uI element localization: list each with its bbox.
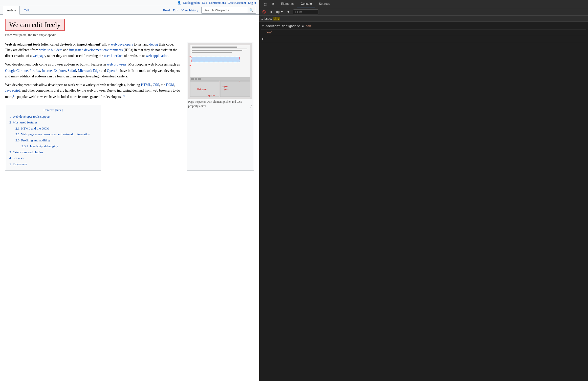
expand-image-icon[interactable]: ⤢	[250, 104, 253, 109]
create-account-link[interactable]: Create account	[228, 1, 246, 5]
ref-3: [3]	[122, 94, 125, 97]
issues-label: 1 Issue:	[261, 17, 272, 20]
link-web-browsers[interactable]: web browsers	[107, 62, 126, 66]
user-icon: 👤	[177, 1, 181, 5]
link-edge[interactable]: Microsoft Edge	[78, 69, 100, 72]
console-code-2: 'on'	[265, 30, 273, 35]
devtools-top-toolbar: ⬚ ⧉ Elements Console Sources	[259, 0, 588, 8]
link-ie[interactable]: Internet Explorer	[42, 69, 66, 72]
svg-rect-6	[192, 57, 240, 62]
devtools-second-toolbar: 🚫 ⚙ top ▼ 👁	[259, 8, 588, 16]
svg-rect-3	[192, 49, 247, 49]
eye-icon[interactable]: 👁	[286, 9, 292, 15]
inspector-icon[interactable]: ⬚	[262, 1, 268, 7]
contents-link-1[interactable]: 1 Web developer tools support	[9, 115, 50, 118]
responsive-icon[interactable]: ⧉	[270, 1, 276, 7]
list-item: 1 Web developer tools support	[9, 114, 97, 119]
contents-link-231[interactable]: 2.3.1 JavaScript debugging	[21, 144, 58, 148]
list-item: 4 See also	[9, 156, 97, 161]
link-html[interactable]: HTML	[141, 83, 151, 87]
svg-rect-4	[192, 50, 242, 51]
page-title: We can edit freely	[9, 21, 61, 29]
tab-elements[interactable]: Elements	[277, 0, 297, 8]
link-css[interactable]: CSS	[153, 83, 159, 87]
contents-link-4[interactable]: 4 See also	[9, 156, 24, 160]
contents-title: Contents [hide]	[9, 108, 97, 112]
link-webpage[interactable]: webpage	[33, 54, 45, 58]
contents-hide[interactable]: [hide]	[55, 108, 63, 112]
svg-rect-22	[195, 78, 197, 80]
expand-arrow-1[interactable]: ▶	[261, 25, 266, 27]
list-item: 2.1 HTML and the DOM	[15, 126, 97, 131]
link-chrome[interactable]: Google Chrome	[5, 69, 28, 72]
page-subtitle: From Wikipedia, the free encyclopedia	[5, 33, 254, 38]
contents-link-21[interactable]: 2.1 HTML and the DOM	[15, 126, 49, 130]
warning-icon: ⚠	[274, 17, 277, 20]
view-history-link[interactable]: View history	[181, 8, 198, 12]
link-safari[interactable]: Safari	[68, 69, 76, 72]
link-firefox[interactable]: Firefox	[30, 69, 40, 72]
image-caption: Page inspector with element picker and C…	[188, 100, 253, 108]
contents-link-23[interactable]: 2.3 Profiling and auditing	[15, 138, 50, 142]
issues-bar: 1 Issue: ⚠ 1	[259, 16, 588, 22]
expand-arrow-3[interactable]: ▶	[262, 37, 264, 41]
list-item: 2.3 Profiling and auditing	[15, 138, 97, 143]
paragraph-3: Web development tools allow developers t…	[5, 82, 182, 100]
read-link[interactable]: Read	[163, 8, 170, 12]
svg-rect-2	[192, 47, 237, 48]
contents-box: Contents [hide] 1 Web developer tools su…	[5, 105, 101, 171]
ref-2: [2]	[13, 94, 16, 97]
link-debug[interactable]: debug	[149, 43, 158, 46]
link-webapp[interactable]: web application	[146, 54, 168, 58]
link-web-devs[interactable]: web developers	[111, 43, 133, 46]
link-website-builders[interactable]: website builders	[39, 48, 62, 52]
svg-text:*: *	[239, 57, 240, 60]
contributions-link[interactable]: Contributions	[209, 1, 226, 5]
search-button[interactable]: 🔍	[247, 7, 256, 13]
article-image-box: Code panel Styles panel Tag trail * * * …	[187, 42, 254, 171]
article-text: Web development tools (often called devt…	[5, 42, 182, 171]
paragraph-1: Web development tools (often called devt…	[5, 42, 182, 59]
filter-input[interactable]	[293, 9, 318, 14]
issues-badge: ⚠ 1	[273, 17, 280, 20]
paragraph-2: Web development tools come as browser ad…	[5, 62, 182, 79]
not-logged-in-link[interactable]: Not logged in	[183, 1, 200, 5]
svg-text:Tag trail: Tag trail	[207, 94, 215, 97]
link-ui[interactable]: user interface	[104, 54, 123, 58]
svg-text:Styles: Styles	[222, 85, 228, 88]
context-dropdown[interactable]: top ▼	[275, 10, 284, 14]
console-line-2: 'on'	[261, 30, 586, 36]
contents-link-2[interactable]: 2 Most used features	[9, 120, 37, 124]
tab-bar: Article Talk Read Edit View history 🔍	[0, 6, 259, 15]
page-title-wrapper: We can edit freely	[5, 19, 65, 31]
tab-article[interactable]: Article	[3, 6, 20, 15]
link-ide[interactable]: integrated development environments	[69, 48, 123, 52]
list-item: 5 References	[9, 162, 97, 167]
wikipedia-panel: 👤 Not logged in Talk Contributions Creat…	[0, 0, 259, 381]
talk-link[interactable]: Talk	[202, 1, 207, 5]
contents-link-5[interactable]: 5 References	[9, 162, 27, 166]
contents-link-3[interactable]: 3 Extensions and plugins	[9, 150, 43, 154]
link-js[interactable]: JavaScript	[5, 89, 20, 92]
log-in-link[interactable]: Log in	[248, 1, 256, 5]
settings-icon[interactable]: ⚙	[268, 9, 274, 15]
search-input[interactable]	[202, 7, 247, 13]
tab-actions: Read Edit View history 🔍	[163, 7, 256, 14]
link-opera[interactable]: Opera	[107, 69, 116, 72]
article-body: Web development tools (often called devt…	[5, 42, 254, 171]
tab-sources[interactable]: Sources	[315, 0, 334, 8]
search-box: 🔍	[201, 7, 256, 14]
contents-link-22[interactable]: 2.2 Web page assets, resources and netwo…	[15, 132, 90, 136]
list-item: 2.2 Web page assets, resources and netwo…	[15, 132, 97, 137]
list-item: 3 Extensions and plugins	[9, 150, 97, 155]
top-bar: 👤 Not logged in Talk Contributions Creat…	[0, 0, 259, 6]
svg-rect-5	[192, 52, 232, 53]
clear-console-icon[interactable]: 🚫	[261, 9, 267, 15]
tab-talk[interactable]: Talk	[20, 6, 34, 14]
edit-link[interactable]: Edit	[173, 8, 179, 12]
wiki-content: We can edit freely From Wikipedia, the f…	[0, 15, 259, 381]
link-dom[interactable]: DOM	[166, 83, 175, 87]
tab-console[interactable]: Console	[297, 0, 315, 8]
contents-list: 1 Web developer tools support 2 Most use…	[9, 114, 97, 167]
svg-text:panel: panel	[224, 88, 229, 91]
